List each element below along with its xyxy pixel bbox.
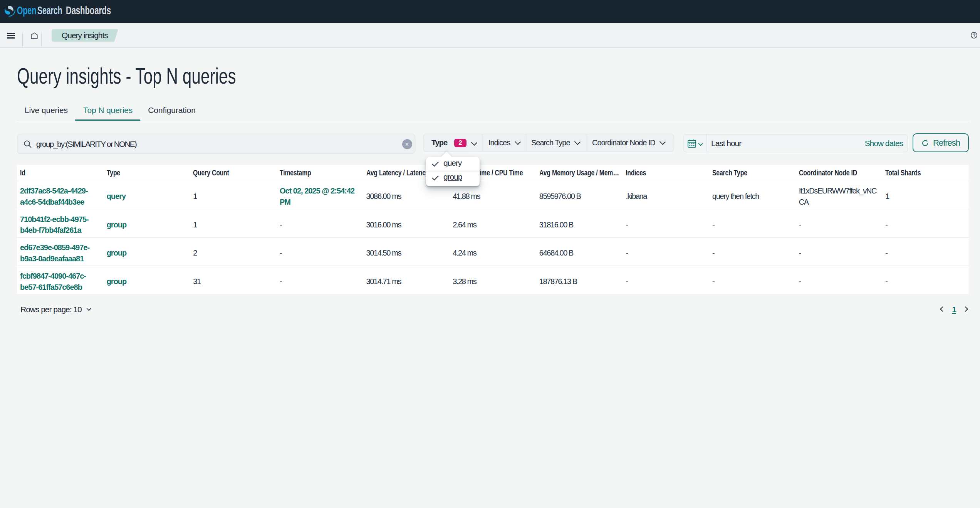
svg-text:?: ? [973, 33, 975, 37]
